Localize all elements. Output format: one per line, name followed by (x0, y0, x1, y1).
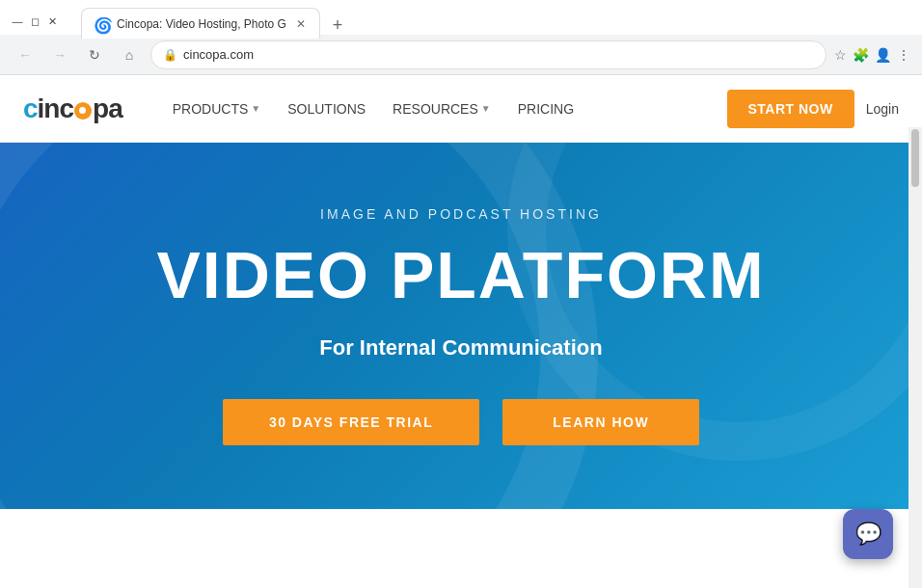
address-bar-row: ← → ↻ ⌂ 🔒 cincopa.com ☆ 🧩 👤 ⋮ (0, 35, 922, 75)
solutions-nav-item[interactable]: SOLUTIONS (276, 94, 377, 124)
browser-chrome: — ◻ ✕ 🌀 Cincopa: Video Hosting, Photo G … (0, 0, 922, 75)
nav-right: START NOW Login (727, 90, 900, 128)
minimize-button[interactable]: — (12, 15, 23, 27)
forward-button[interactable]: → (46, 41, 73, 68)
products-nav-item[interactable]: PRODUCTS ▼ (161, 94, 272, 124)
hero-subtitle: IMAGE AND PODCAST HOSTING (320, 206, 602, 222)
close-button[interactable]: ✕ (46, 15, 58, 27)
title-bar: — ◻ ✕ 🌀 Cincopa: Video Hosting, Photo G … (0, 0, 922, 35)
scrollbar[interactable] (908, 127, 922, 588)
chat-icon: 💬 (855, 521, 881, 547)
learn-how-button[interactable]: LEARN HOW (502, 399, 699, 445)
hero-title: VIDEO PLATFORM (156, 237, 765, 312)
start-now-button[interactable]: START NOW (727, 90, 854, 128)
menu-icon[interactable]: ⋮ (897, 47, 910, 63)
scrollbar-thumb[interactable] (911, 129, 919, 187)
window-controls[interactable]: — ◻ ✕ (12, 15, 58, 27)
logo[interactable]: cinc pa (23, 94, 122, 124)
lock-icon: 🔒 (163, 48, 177, 62)
back-button[interactable]: ← (12, 41, 39, 68)
tab-close-icon[interactable]: ✕ (294, 15, 308, 33)
navbar: cinc pa PRODUCTS ▼ SOLUTIONS RESOURCES ▼… (0, 75, 922, 143)
products-arrow-icon: ▼ (251, 103, 260, 114)
login-button[interactable]: Login (866, 101, 899, 117)
tab-bar: 🌀 Cincopa: Video Hosting, Photo G ✕ + (69, 4, 363, 39)
toolbar-right: ☆ 🧩 👤 ⋮ (834, 47, 910, 63)
reload-button[interactable]: ↻ (81, 41, 108, 68)
extensions-icon[interactable]: 🧩 (853, 47, 869, 63)
pricing-nav-item[interactable]: PRICING (506, 94, 585, 124)
logo-c: c (23, 94, 38, 123)
profile-icon[interactable]: 👤 (875, 47, 891, 63)
home-button[interactable]: ⌂ (116, 41, 143, 68)
active-tab[interactable]: 🌀 Cincopa: Video Hosting, Photo G ✕ (81, 8, 320, 39)
tab-label: Cincopa: Video Hosting, Photo G (117, 17, 286, 31)
hero-buttons: 30 DAYS FREE TRIAL LEARN HOW (223, 399, 699, 445)
new-tab-button[interactable]: + (324, 12, 351, 39)
logo-o (73, 94, 93, 124)
nav-links: PRODUCTS ▼ SOLUTIONS RESOURCES ▼ PRICING (161, 94, 727, 124)
maximize-button[interactable]: ◻ (29, 15, 41, 27)
resources-arrow-icon: ▼ (481, 103, 491, 114)
chat-bubble-button[interactable]: 💬 (843, 509, 893, 559)
tab-favicon: 🌀 (94, 16, 109, 32)
logo-text: cinc pa (23, 94, 122, 124)
hero-section: IMAGE AND PODCAST HOSTING VIDEO PLATFORM… (0, 143, 922, 509)
website-content: cinc pa PRODUCTS ▼ SOLUTIONS RESOURCES ▼… (0, 75, 922, 509)
hero-description: For Internal Communication (319, 335, 602, 361)
bookmark-icon[interactable]: ☆ (834, 47, 847, 63)
resources-nav-item[interactable]: RESOURCES ▼ (381, 94, 502, 124)
address-text: cincopa.com (183, 47, 814, 62)
address-bar[interactable]: 🔒 cincopa.com (150, 40, 827, 69)
trial-button[interactable]: 30 DAYS FREE TRIAL (223, 399, 479, 445)
